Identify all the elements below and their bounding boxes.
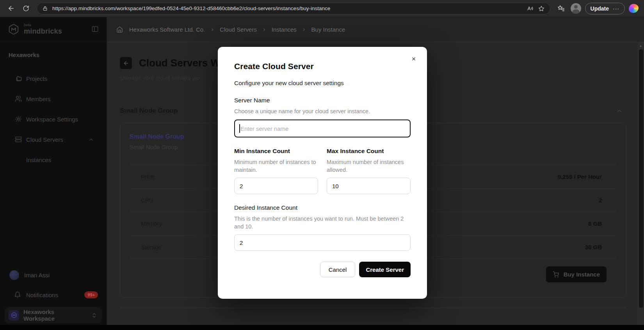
spec-label: Price: [141, 173, 154, 180]
gear-icon: [15, 116, 22, 123]
workspace-selector[interactable]: Hexaworks Workspace: [5, 307, 102, 323]
max-instance-count-field: Max Instance Count Maximum number of ins…: [327, 139, 411, 194]
browser-toolbar: https://app.mindbricks.com/workspace/199…: [0, 0, 644, 17]
notifications-row[interactable]: Notifications 99+: [14, 288, 98, 301]
user-name: Iman Assi: [24, 272, 50, 278]
breadcrumb-item-instances[interactable]: Instances: [272, 26, 297, 33]
dialog-title: Create Cloud Server: [234, 62, 411, 71]
dialog-actions: Cancel Create Server: [234, 262, 411, 277]
sidebar-footer: Iman Assi Notifications 99+ Hexaworks Wo…: [0, 268, 107, 323]
brand-name: mindbricks: [24, 28, 62, 35]
server-name-description: Choose a unique name for your cloud serv…: [234, 107, 411, 115]
sidebar-item-members[interactable]: Members: [0, 89, 107, 109]
workspace-selector-label: Hexaworks Workspace: [23, 309, 87, 322]
sidebar: beta mindbricks Hexaworks Projects: [0, 17, 107, 325]
server-name-label: Server Name: [234, 97, 411, 104]
max-count-label: Max Instance Count: [327, 148, 411, 155]
desired-count-description: This is the number of instances you want…: [234, 215, 411, 230]
home-icon[interactable]: [116, 26, 123, 33]
server-name-field: Server Name Choose a unique name for you…: [234, 97, 411, 137]
desired-instance-count-input[interactable]: [234, 234, 411, 251]
sidebar-item-cloud-servers[interactable]: Cloud Servers: [0, 129, 107, 150]
read-aloud-icon[interactable]: [527, 5, 534, 12]
max-count-description: Maximum number of instances allowed.: [327, 158, 411, 174]
chevrons-updown-icon: [91, 312, 97, 318]
server-icon: [15, 136, 22, 143]
sidebar-item-instances[interactable]: Instances: [0, 150, 107, 170]
mindbricks-logo-icon: [8, 23, 20, 35]
folder-icon: [15, 75, 22, 82]
min-count-description: Minimum number of instances to maintain.: [234, 158, 318, 174]
create-server-button[interactable]: Create Server: [359, 262, 411, 277]
create-cloud-server-dialog: × Create Cloud Server Configure your new…: [218, 47, 427, 299]
spec-value: 8 GB: [588, 220, 602, 227]
breadcrumb-item-buy-instance[interactable]: Buy Instance: [311, 26, 345, 33]
close-icon[interactable]: ×: [408, 53, 419, 64]
bell-icon: [14, 291, 21, 298]
notifications-label: Notifications: [26, 292, 58, 298]
org-name: Hexaworks: [9, 52, 98, 58]
scrollbar-thumb[interactable]: [639, 49, 643, 308]
dialog-subtitle: Configure your new cloud server settings: [234, 80, 411, 87]
browser-menu-icon[interactable]: ···: [613, 5, 619, 12]
copilot-icon[interactable]: [629, 4, 639, 13]
nav-label: Instances: [26, 157, 51, 163]
favorites-bar-icon[interactable]: [556, 3, 567, 14]
favorite-star-icon[interactable]: [538, 5, 544, 12]
update-label: Update: [591, 5, 609, 12]
sidebar-logo-row: beta mindbricks: [0, 17, 107, 41]
browser-refresh-icon[interactable]: [20, 3, 31, 14]
max-instance-count-input[interactable]: [327, 178, 411, 194]
min-count-label: Min Instance Count: [234, 148, 318, 155]
chevron-right-icon: ›: [263, 26, 265, 33]
buy-instance-label: Buy Instance: [564, 271, 600, 278]
spec-label: CPU: [141, 197, 153, 203]
section-title: Small Node Group: [120, 107, 178, 115]
breadcrumb-item-workspace[interactable]: Hexaworks Software Ltd. Co.: [129, 26, 205, 33]
lock-icon: [43, 6, 48, 11]
spec-label: Storage: [141, 244, 162, 250]
browser-window: https://app.mindbricks.com/workspace/199…: [0, 0, 644, 330]
browser-profile-avatar[interactable]: [571, 3, 581, 14]
min-instance-count-field: Min Instance Count Minimum number of ins…: [234, 139, 318, 194]
chevron-right-icon: ›: [211, 26, 213, 33]
desired-count-label: Desired Instance Count: [234, 204, 411, 211]
workspace-logo-icon: [9, 310, 19, 321]
notifications-badge: 99+: [84, 291, 98, 298]
section-collapse-icon[interactable]: [616, 108, 623, 114]
sidebar-nav: Projects Members Workspace Settings: [0, 68, 107, 170]
nav-label: Projects: [26, 75, 47, 82]
chevron-right-icon: ›: [303, 26, 305, 33]
min-instance-count-input[interactable]: [234, 178, 318, 194]
buy-instance-button[interactable]: Buy Instance: [546, 266, 607, 282]
spec-label: Memory: [141, 220, 162, 227]
cancel-button[interactable]: Cancel: [320, 262, 356, 277]
desired-instance-count-field: Desired Instance Count This is the numbe…: [234, 204, 411, 251]
chevron-up-icon: [88, 137, 94, 143]
spec-value: 30 GB: [585, 244, 602, 250]
scrollbar-track[interactable]: ▲: [637, 42, 644, 325]
spec-value: 2: [599, 197, 602, 203]
brand-block: beta mindbricks: [24, 23, 62, 35]
breadcrumb-item-cloud-servers[interactable]: Cloud Servers: [220, 26, 257, 33]
cart-icon: [553, 271, 559, 278]
taskbar-strip: [0, 325, 644, 330]
scrollbar-up-icon[interactable]: ▲: [637, 44, 644, 48]
avatar: [9, 270, 19, 280]
browser-update-button[interactable]: Update ···: [585, 3, 625, 14]
nav-label: Workspace Settings: [26, 116, 78, 123]
users-icon: [15, 95, 22, 102]
spec-value: 0.25$ / Per Hour: [558, 173, 602, 180]
sidebar-item-workspace-settings[interactable]: Workspace Settings: [0, 109, 107, 129]
sidebar-collapse-icon[interactable]: [91, 25, 99, 33]
browser-back-icon[interactable]: [5, 3, 16, 14]
sidebar-item-projects[interactable]: Projects: [0, 68, 107, 89]
divider: [120, 308, 626, 308]
user-profile-row[interactable]: Iman Assi: [9, 268, 97, 282]
server-name-input[interactable]: [234, 120, 411, 137]
text-caret: [239, 124, 240, 133]
page-back-button[interactable]: [120, 57, 132, 69]
url-text: https://app.mindbricks.com/workspace/199…: [52, 5, 522, 11]
beta-badge: beta: [24, 23, 62, 27]
address-bar[interactable]: https://app.mindbricks.com/workspace/199…: [37, 3, 550, 14]
